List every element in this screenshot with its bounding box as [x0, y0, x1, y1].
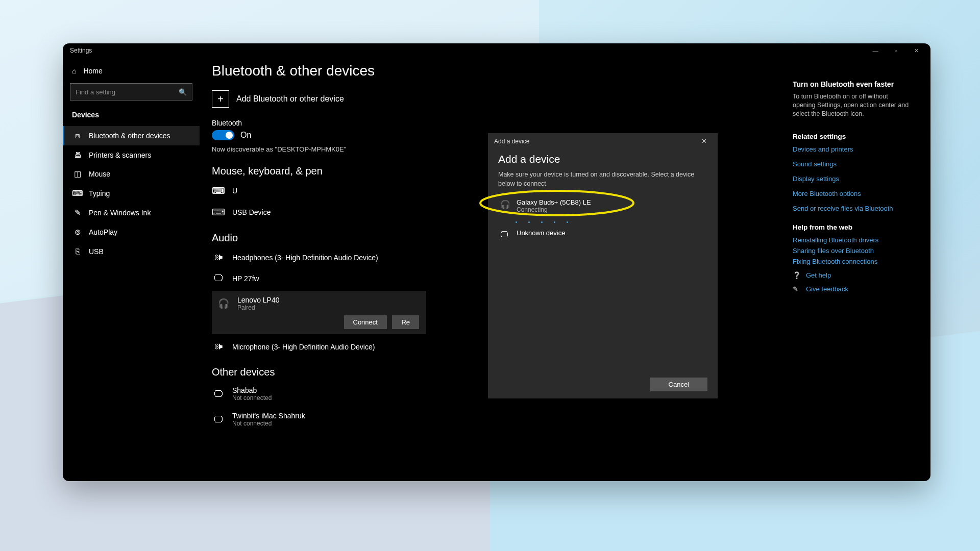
sidebar-item-label: Pen & Windows Ink	[89, 209, 151, 217]
settings-window: Settings — ▫ ✕ ⌂ Home Find a setting 🔍 D…	[63, 43, 930, 481]
give-feedback-link[interactable]: ✎ Give feedback	[793, 285, 910, 293]
keyboard-icon: ⌨	[212, 185, 225, 196]
bluetooth-state: On	[240, 131, 251, 140]
help-heading: Help from the web	[793, 223, 910, 231]
home-label: Home	[83, 67, 102, 75]
device-name: USB Device	[232, 208, 271, 216]
dialog-close-button[interactable]: ✕	[696, 137, 712, 145]
feedback-icon: ✎	[793, 285, 801, 293]
headphones-icon: 🎧	[500, 198, 510, 209]
keyboard-icon: ⌨	[212, 207, 225, 218]
page-title: Bluetooth & other devices	[212, 63, 918, 79]
sidebar-item-bluetooth[interactable]: ⧈ Bluetooth & other devices	[63, 126, 200, 145]
search-icon: 🔍	[179, 88, 187, 96]
found-device-galaxy-buds[interactable]: 🎧 Galaxy Buds+ (5CB8) LE Connecting	[498, 195, 707, 218]
sidebar-item-pen[interactable]: ✎ Pen & Windows Ink	[63, 203, 200, 222]
sidebar-item-typing[interactable]: ⌨ Typing	[63, 184, 200, 203]
home-icon: ⌂	[72, 67, 76, 75]
device-name: U	[232, 187, 237, 195]
dialog-instructions: Make sure your device is turned on and d…	[498, 170, 707, 188]
monitor-icon: 🖵	[212, 389, 225, 399]
device-status: Not connected	[232, 394, 272, 402]
device-status: Paired	[237, 304, 280, 311]
sidebar-category: Devices	[63, 108, 200, 126]
home-nav[interactable]: ⌂ Home	[63, 62, 200, 80]
headphones-icon: 🎧	[217, 298, 230, 309]
connecting-progress	[516, 221, 707, 223]
usb-icon: ⎘	[74, 247, 82, 256]
sidebar-item-autoplay[interactable]: ⊚ AutoPlay	[63, 222, 200, 242]
sidebar-item-label: Printers & scanners	[89, 151, 151, 159]
cancel-button[interactable]: Cancel	[650, 378, 707, 391]
mouse-icon: ◫	[74, 169, 82, 179]
help-icon: ❔	[793, 271, 801, 279]
sidebar-item-label: AutoPlay	[89, 228, 117, 236]
sidebar-item-label: USB	[89, 247, 104, 256]
connect-button[interactable]: Connect	[344, 315, 387, 329]
sidebar: ⌂ Home Find a setting 🔍 Devices ⧈ Blueto…	[63, 58, 200, 481]
monitor-icon: 🖵	[212, 273, 225, 284]
link-display-settings[interactable]: Display settings	[793, 175, 910, 183]
device-name: Twinbit's iMac Shahruk	[232, 412, 305, 420]
device-name: Lenovo LP40	[237, 296, 280, 304]
close-button[interactable]: ✕	[906, 43, 926, 58]
main-content: Bluetooth & other devices + Add Bluetoot…	[200, 58, 930, 481]
plus-icon: +	[212, 90, 229, 108]
link-send-receive[interactable]: Send or receive files via Bluetooth	[793, 205, 910, 212]
speaker-icon: 🕪	[212, 252, 225, 263]
search-placeholder: Find a setting	[76, 88, 115, 96]
monitor-icon: 🖵	[212, 414, 225, 425]
found-device-name: Galaxy Buds+ (5CB8) LE	[517, 198, 591, 206]
right-column: Turn on Bluetooth even faster To turn Bl…	[793, 80, 910, 293]
bluetooth-stack-icon: ⧈	[74, 131, 82, 140]
pen-icon: ✎	[74, 208, 82, 217]
autoplay-icon: ⊚	[74, 228, 82, 237]
minimize-button[interactable]: —	[865, 43, 886, 58]
printer-icon: 🖶	[74, 151, 82, 159]
sidebar-item-usb[interactable]: ⎘ USB	[63, 242, 200, 261]
device-card-selected[interactable]: 🎧 Lenovo LP40 Paired Connect Re	[212, 291, 426, 334]
maximize-button[interactable]: ▫	[886, 43, 906, 58]
sidebar-item-label: Mouse	[89, 170, 110, 178]
link-devices-printers[interactable]: Devices and printers	[793, 145, 910, 153]
get-help-link[interactable]: ❔ Get help	[793, 271, 910, 279]
search-input[interactable]: Find a setting 🔍	[70, 83, 192, 101]
link-reinstall-bt[interactable]: Reinstalling Bluetooth drivers	[793, 236, 910, 244]
keyboard-icon: ⌨	[74, 189, 82, 198]
sidebar-item-label: Typing	[89, 189, 110, 197]
sidebar-item-printers[interactable]: 🖶 Printers & scanners	[63, 145, 200, 164]
device-name: HP 27fw	[232, 274, 259, 283]
found-device-name: Unknown device	[517, 229, 565, 237]
bluetooth-toggle[interactable]	[212, 130, 234, 140]
device-name: Headphones (3- High Definition Audio Dev…	[232, 254, 378, 262]
monitor-icon: 🖵	[500, 229, 510, 239]
link-share-bt[interactable]: Sharing files over Bluetooth	[793, 247, 910, 255]
found-device-status: Connecting	[517, 206, 591, 213]
link-sound-settings[interactable]: Sound settings	[793, 160, 910, 168]
sidebar-item-mouse[interactable]: ◫ Mouse	[63, 164, 200, 184]
add-device-label: Add Bluetooth or other device	[236, 94, 344, 104]
related-heading: Related settings	[793, 133, 910, 140]
dialog-heading: Add a device	[498, 153, 707, 165]
dialog-title: Add a device	[494, 138, 529, 145]
window-title: Settings	[67, 47, 92, 54]
found-device-unknown[interactable]: 🖵 Unknown device	[498, 226, 707, 244]
device-name: Microphone (3- High Definition Audio Dev…	[232, 343, 375, 351]
device-row[interactable]: 🖵 Twinbit's iMac Shahruk Not connected	[212, 409, 918, 434]
add-device-dialog: Add a device ✕ Add a device Make sure yo…	[488, 133, 718, 398]
device-name: Shabab	[232, 386, 272, 394]
device-status: Not connected	[232, 420, 305, 427]
tip-heading: Turn on Bluetooth even faster	[793, 80, 910, 88]
speaker-icon: 🕪	[212, 341, 225, 352]
link-more-bluetooth[interactable]: More Bluetooth options	[793, 190, 910, 197]
sidebar-item-label: Bluetooth & other devices	[89, 132, 170, 140]
tip-text: To turn Bluetooth on or off without open…	[793, 92, 910, 118]
remove-button[interactable]: Re	[392, 315, 419, 329]
titlebar: Settings — ▫ ✕	[63, 43, 930, 58]
link-fix-bt[interactable]: Fixing Bluetooth connections	[793, 258, 910, 265]
